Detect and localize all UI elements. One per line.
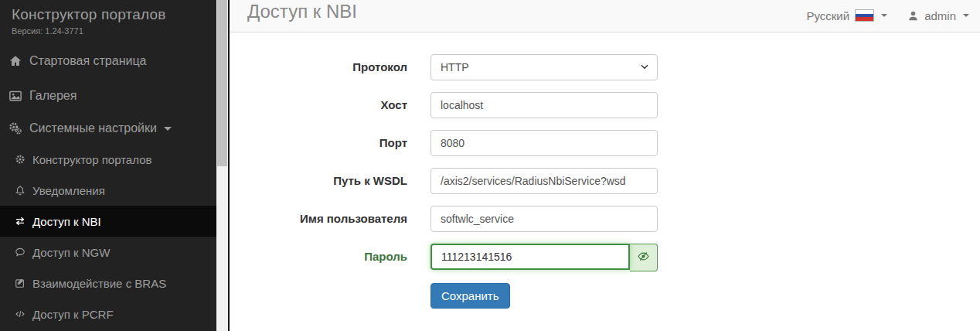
eye-slash-icon [637, 250, 650, 265]
username-field-label: Имя пользователя [230, 206, 407, 232]
sidebar-item-label: Взаимодействие с BRAS [32, 277, 166, 290]
sidebar-item-start-page[interactable]: Стартовая страница [0, 43, 216, 78]
sidebar-item-label: Конструктор порталов [32, 153, 151, 166]
nbi-access-form: Протокол HTTP Хост Порт [230, 32, 980, 309]
sidebar-item-ngw-access[interactable]: Доступ к NGW [0, 237, 216, 268]
sidebar-item-label: Доступ к NBI [32, 215, 101, 228]
host-input[interactable] [430, 92, 658, 118]
host-label: Хост [230, 92, 407, 118]
caret-down-icon [963, 14, 969, 17]
protocol-label: Протокол [230, 54, 407, 80]
sidebar-item-pcrf-access[interactable]: Доступ к PCRF [0, 299, 216, 329]
toggle-password-visibility-button[interactable] [630, 244, 658, 271]
gear-icon [15, 154, 26, 165]
sidebar-item-label: Доступ к PCRF [32, 308, 114, 321]
form-row-wsdl-path: Путь к WSDL [230, 168, 980, 194]
form-row-password: Пароль [230, 244, 980, 271]
image-icon [9, 89, 22, 103]
app-title: Конструктор порталов [12, 6, 205, 23]
comment-icon [15, 247, 26, 258]
scrollbar-thumb[interactable] [217, 0, 227, 166]
wsdl-path-label: Путь к WSDL [230, 168, 407, 194]
page-title: Доступ к NBI [247, 1, 357, 22]
sidebar-item-label: Доступ к NGW [32, 246, 110, 259]
app-root: Конструктор порталов Версия: 1.24-3771 С… [0, 0, 980, 331]
password-input-group [430, 244, 658, 271]
save-button[interactable]: Сохранить [430, 283, 510, 309]
password-input[interactable] [430, 244, 630, 270]
user-icon [907, 10, 919, 22]
sidebar-item-label: Системные настройки [29, 121, 157, 135]
form-row-username: Имя пользователя [230, 206, 980, 232]
user-dropdown[interactable]: admin [907, 9, 969, 22]
language-label: Русский [806, 9, 849, 22]
port-label: Порт [230, 130, 407, 156]
gears-icon [9, 121, 22, 135]
header-controls: Русский admin [806, 0, 969, 31]
page-header: Доступ к NBI Русский admin [230, 0, 980, 32]
sidebar-header: Конструктор порталов Версия: 1.24-3771 [0, 0, 216, 40]
main-content: Доступ к NBI Русский admin [230, 0, 980, 331]
form-row-protocol: Протокол HTTP [230, 54, 980, 80]
edit-icon [15, 278, 26, 288]
sidebar-item-gallery[interactable]: Галерея [0, 78, 216, 113]
form-row-host: Хост [230, 92, 980, 118]
code-icon [15, 309, 26, 319]
russian-flag-icon [855, 9, 874, 22]
username-label: admin [924, 9, 956, 22]
sidebar-item-bras-interaction[interactable]: Взаимодействие с BRAS [0, 268, 216, 299]
caret-down-icon [881, 14, 887, 17]
home-icon [9, 54, 22, 68]
app-version: Версия: 1.24-3771 [12, 26, 205, 36]
sidebar-item-nbi-access[interactable]: Доступ к NBI [0, 206, 216, 237]
sidebar-scrollbar[interactable] [216, 0, 228, 331]
sidebar-item-label: Галерея [29, 89, 77, 103]
sidebar-item-label: Уведомления [32, 184, 105, 197]
sidebar-item-notifications[interactable]: Уведомления [0, 175, 216, 206]
username-input[interactable] [430, 206, 658, 232]
form-actions: Сохранить [430, 283, 980, 309]
sidebar-nav: Стартовая страница Галерея Системные нас… [0, 43, 216, 329]
port-input[interactable] [430, 130, 658, 156]
caret-down-icon [164, 127, 172, 131]
password-label: Пароль [230, 244, 407, 270]
language-dropdown[interactable]: Русский [806, 9, 887, 22]
wsdl-path-input[interactable] [430, 168, 658, 194]
protocol-select[interactable]: HTTP [430, 54, 658, 80]
form-row-port: Порт [230, 130, 980, 156]
sidebar: Конструктор порталов Версия: 1.24-3771 С… [0, 0, 216, 331]
exchange-icon [15, 216, 26, 227]
sidebar-item-system-settings[interactable]: Системные настройки [0, 113, 216, 144]
bell-icon [15, 185, 26, 196]
sidebar-item-portal-constructor[interactable]: Конструктор порталов [0, 144, 216, 175]
sidebar-item-label: Стартовая страница [29, 54, 146, 68]
